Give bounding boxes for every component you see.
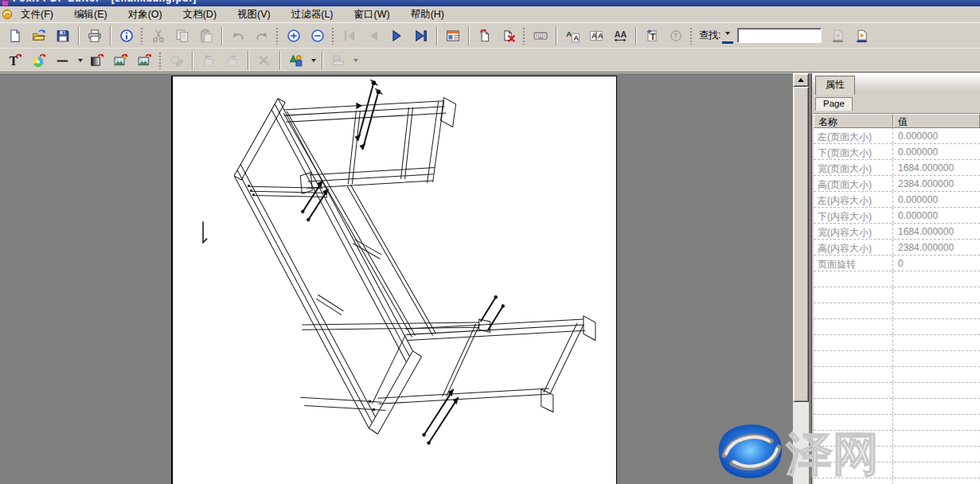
property-row[interactable]: 下(页面大小)0.000000: [814, 144, 980, 160]
toolbar-separator: [192, 51, 193, 70]
page-insert-button[interactable]: [473, 25, 497, 46]
property-row[interactable]: 宽(内容大小)1684.000000: [814, 224, 980, 240]
property-row[interactable]: 左(内容大小)0.000000: [814, 192, 980, 208]
toolbar-grip[interactable]: [275, 27, 279, 45]
property-row-empty: [814, 351, 980, 367]
toolbar-grip[interactable]: [331, 27, 334, 45]
toolbar-separator: [436, 26, 438, 45]
redo-button[interactable]: [250, 25, 274, 46]
property-name: [814, 271, 893, 287]
panel-title-tab[interactable]: 属性: [815, 76, 855, 95]
watermark-logo-icon: [716, 422, 787, 481]
page-layout-button[interactable]: [441, 25, 465, 46]
property-row-empty: [814, 447, 980, 463]
scroll-up-button[interactable]: [793, 73, 809, 87]
property-row[interactable]: 页面旋转0: [814, 256, 980, 271]
open-folder-button[interactable]: [27, 25, 51, 46]
rotate-right-button[interactable]: [221, 50, 244, 71]
shade-tool-button[interactable]: [85, 50, 109, 71]
copy-button[interactable]: [170, 25, 194, 46]
vertical-scrollbar[interactable]: [793, 73, 809, 484]
nav-prev-button[interactable]: [361, 25, 385, 46]
property-value: [893, 399, 980, 414]
text-tool-button[interactable]: T: [3, 50, 27, 71]
tab-page[interactable]: Page: [815, 97, 853, 111]
find-label: 查找:: [699, 29, 720, 42]
print-button[interactable]: [83, 25, 107, 46]
property-name: [814, 287, 893, 302]
column-header-name[interactable]: 名称: [814, 114, 893, 128]
property-row[interactable]: 高(内容大小)2384.000000: [814, 240, 980, 256]
line-tool-button[interactable]: [51, 50, 75, 71]
text-target-button[interactable]: T: [664, 25, 688, 46]
property-name: 下(内容大小): [814, 208, 893, 223]
property-row[interactable]: 左(页面大小)0.000000: [814, 128, 980, 144]
menu-item-7[interactable]: 帮助(H): [406, 6, 449, 23]
align-tool-button[interactable]: [326, 50, 350, 71]
menu-item-3[interactable]: 文档(D): [178, 6, 221, 23]
find-input[interactable]: [737, 28, 822, 43]
properties-panel: 属性 Page 名称 值 左(页面大小)0.000000下(页面大小)0.000…: [811, 73, 980, 484]
clone-tool-button[interactable]: [165, 50, 189, 71]
property-row-empty: [814, 271, 980, 287]
dropdown-arrow-icon[interactable]: [75, 51, 85, 70]
text-add-button[interactable]: T: [640, 25, 664, 46]
dropdown-arrow-icon[interactable]: [350, 51, 361, 70]
pdf-page-canvas[interactable]: [171, 76, 617, 484]
column-header-value[interactable]: 值: [893, 114, 980, 128]
app-window-icon: [2, 0, 9, 6]
image-tool-button[interactable]: [133, 50, 157, 71]
delete-object-button[interactable]: [252, 50, 276, 71]
svg-text:A: A: [566, 29, 572, 37]
font-spacing-button[interactable]: AA: [608, 25, 632, 46]
property-value: [893, 383, 980, 398]
menu-item-2[interactable]: 对象(O): [123, 6, 167, 23]
nav-next-button[interactable]: [385, 25, 409, 46]
shapes-tool-button[interactable]: [284, 50, 308, 71]
property-value: 0.000000: [893, 144, 980, 159]
find-dropdown[interactable]: [722, 27, 733, 44]
property-row[interactable]: 宽(页面大小)1684.000000: [814, 160, 980, 176]
font-pair-button[interactable]: AA: [584, 25, 608, 46]
toolbar-separator: [110, 26, 111, 45]
undo-button[interactable]: [226, 25, 250, 46]
menu-item-6[interactable]: 窗口(W): [349, 6, 395, 23]
nav-last-button[interactable]: [409, 25, 433, 46]
font-replace-button[interactable]: AA: [560, 25, 584, 46]
info-button[interactable]: [115, 25, 139, 46]
toolbar-grip[interactable]: [158, 52, 162, 69]
isometric-frame-drawing: [173, 76, 617, 484]
find-back-button[interactable]: [826, 25, 849, 46]
toolbar-grip[interactable]: [522, 27, 525, 45]
property-name: 左(页面大小): [814, 128, 893, 143]
nav-first-button[interactable]: [338, 25, 361, 46]
document-menu-icon[interactable]: [2, 9, 13, 20]
toolbar-grip[interactable]: [140, 27, 143, 45]
property-name: 高(内容大小): [814, 240, 893, 255]
menu-item-4[interactable]: 视图(V): [232, 6, 275, 23]
scrollbar-thumb[interactable]: [793, 87, 809, 402]
cut-button[interactable]: [146, 25, 170, 46]
zoom-in-button[interactable]: [282, 25, 306, 46]
dropdown-arrow-icon[interactable]: [308, 51, 318, 70]
rotate-left-button[interactable]: [197, 50, 221, 71]
find-forward-button[interactable]: [849, 25, 873, 46]
keyboard-button[interactable]: [529, 25, 552, 46]
menu-item-1[interactable]: 编辑(E): [69, 6, 112, 23]
new-page-button[interactable]: [3, 25, 27, 46]
color-tool-button[interactable]: [27, 50, 51, 71]
image-edit-tool-button[interactable]: [109, 50, 133, 71]
property-row-empty: [814, 303, 980, 319]
toolbar-grip[interactable]: [689, 27, 693, 45]
property-row-empty: [814, 399, 980, 415]
property-row-empty: [814, 319, 980, 335]
property-row[interactable]: 下(内容大小)0.000000: [814, 208, 980, 224]
menu-item-0[interactable]: 文件(F): [16, 6, 58, 23]
paste-button[interactable]: [194, 25, 218, 46]
menu-item-5[interactable]: 过滤器(L): [287, 6, 338, 23]
zoom-out-button[interactable]: [306, 25, 330, 46]
property-row[interactable]: 高(页面大小)2384.000000: [814, 176, 980, 192]
page-delete-button[interactable]: [497, 25, 521, 46]
property-row-empty: [814, 287, 980, 303]
save-button[interactable]: [51, 25, 75, 46]
